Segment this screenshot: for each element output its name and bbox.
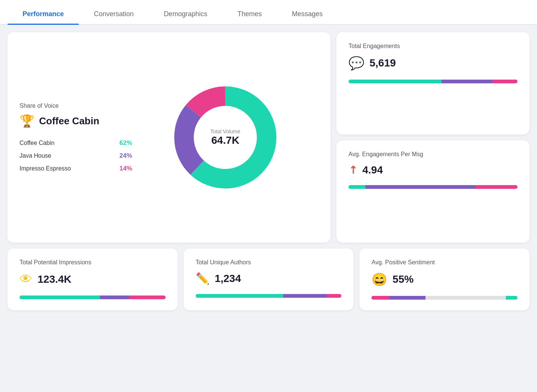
sentiment-value: 55% — [392, 273, 413, 285]
avg-engagements-bar — [348, 185, 517, 189]
bar-cyan-1 — [348, 185, 365, 189]
sov-pct-2: 14% — [119, 165, 132, 172]
chat-icon: 💬 — [348, 56, 364, 71]
tab-messages[interactable]: Messages — [277, 10, 338, 24]
arrow-up-icon: ↗ — [345, 163, 361, 178]
avg-engagements-value: 4.94 — [362, 164, 383, 176]
bottom-row: Total Potential Impressions 👁 123.4K Tot… — [8, 249, 529, 310]
bar-pink-3 — [327, 294, 341, 298]
sentiment-bar-purple — [389, 296, 425, 300]
sov-row-0: Coffee Cabin 62% — [20, 139, 132, 147]
impressions-card: Total Potential Impressions 👁 123.4K — [8, 249, 178, 310]
sentiment-bar-cyan — [506, 296, 517, 300]
donut-center-value: 64.7K — [210, 134, 240, 146]
sentiment-label: Avg. Positive Sentiment — [371, 259, 517, 266]
trophy-icon: 🏆 — [20, 114, 35, 128]
sov-company-2: Impresso Espresso — [20, 165, 71, 172]
authors-value-row: ✏️ 1,234 — [196, 272, 342, 285]
bar-purple-1 — [365, 185, 475, 189]
tab-themes[interactable]: Themes — [222, 10, 277, 24]
sov-row-2: Impresso Espresso 14% — [20, 165, 132, 172]
main-content: Share of Voice 🏆 Coffee Cabin Coffee Cab… — [0, 25, 537, 318]
sentiment-bar — [371, 296, 517, 300]
total-engagements-value: 5,619 — [370, 57, 396, 69]
donut-center-label: Total Volume — [210, 128, 240, 134]
tab-performance[interactable]: Performance — [8, 10, 79, 24]
sov-brand-row: 🏆 Coffee Cabin — [20, 114, 132, 128]
impressions-bar — [20, 296, 166, 299]
sov-row-1: Java House 24% — [20, 152, 132, 160]
eye-icon: 👁 — [20, 272, 32, 286]
bar-purple-0 — [442, 80, 492, 83]
bar-cyan-0 — [348, 80, 442, 83]
nav-tabs: Performance Conversation Demographics Th… — [0, 0, 537, 25]
bar-cyan-3 — [196, 294, 283, 298]
right-stack: Total Engagements 💬 5,619 Avg. Engagemen… — [336, 32, 529, 243]
impressions-value: 123.4K — [38, 273, 71, 285]
sov-table: Coffee Cabin 62% Java House 24% Impresso… — [20, 139, 132, 172]
sov-left-panel: Share of Voice 🏆 Coffee Cabin Coffee Cab… — [20, 103, 132, 172]
impressions-value-row: 👁 123.4K — [20, 272, 166, 286]
authors-value: 1,234 — [215, 273, 241, 285]
sov-section-label: Share of Voice — [20, 103, 132, 109]
bar-purple-3 — [283, 294, 327, 298]
sov-pct-0: 62% — [119, 139, 132, 147]
sentiment-card: Avg. Positive Sentiment 😄 55% — [359, 249, 529, 310]
total-engagements-card: Total Engagements 💬 5,619 — [336, 32, 529, 134]
sov-company-0: Coffee Cabin — [20, 140, 54, 146]
bar-cyan-2 — [20, 296, 100, 299]
bar-purple-2 — [100, 296, 129, 299]
donut-center: Total Volume 64.7K — [210, 128, 240, 146]
sov-pct-1: 24% — [119, 152, 132, 160]
total-engagements-label: Total Engagements — [348, 43, 517, 50]
avg-engagements-label: Avg. Engagements Per Msg — [348, 151, 517, 158]
sentiment-bar-red — [371, 296, 389, 300]
bar-pink-1 — [475, 185, 518, 189]
authors-bar — [196, 294, 342, 298]
total-engagements-bar — [348, 80, 517, 83]
impressions-label: Total Potential Impressions — [20, 259, 166, 266]
bar-pink-2 — [129, 296, 166, 299]
tab-conversation[interactable]: Conversation — [79, 10, 149, 24]
authors-label: Total Unique Authors — [196, 259, 342, 266]
sentiment-value-row: 😄 55% — [371, 272, 517, 287]
total-engagements-value-row: 💬 5,619 — [348, 56, 517, 71]
authors-card: Total Unique Authors ✏️ 1,234 — [184, 249, 354, 310]
smile-icon: 😄 — [371, 272, 387, 287]
donut-chart: Total Volume 64.7K — [165, 77, 285, 198]
tab-demographics[interactable]: Demographics — [149, 10, 222, 24]
share-of-voice-card: Share of Voice 🏆 Coffee Cabin Coffee Cab… — [8, 32, 330, 243]
bar-pink-0 — [492, 80, 518, 83]
sov-company-1: Java House — [20, 152, 51, 159]
sentiment-bar-gap — [425, 296, 506, 300]
avg-engagements-card: Avg. Engagements Per Msg ↗ 4.94 — [336, 140, 529, 243]
pencil-icon: ✏️ — [196, 272, 210, 285]
avg-engagements-value-row: ↗ 4.94 — [348, 164, 517, 176]
sov-donut-panel: Total Volume 64.7K — [132, 77, 318, 198]
sov-winner-name: Coffee Cabin — [39, 115, 99, 127]
top-row: Share of Voice 🏆 Coffee Cabin Coffee Cab… — [8, 32, 529, 243]
